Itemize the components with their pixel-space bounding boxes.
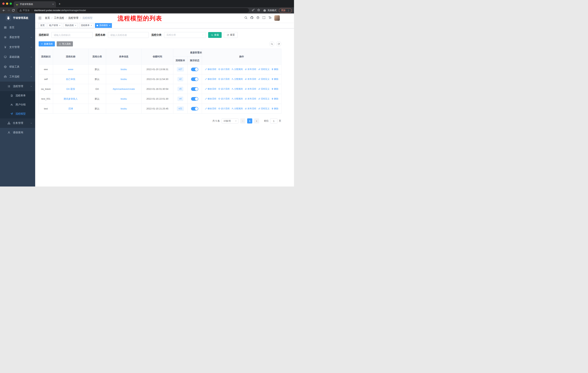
- tag-process-model[interactable]: 流程模型×: [95, 23, 112, 28]
- breadcrumb-process-management[interactable]: 流程管理: [68, 16, 78, 20]
- goto-page-input[interactable]: [270, 118, 277, 123]
- process-key-input[interactable]: [51, 32, 93, 38]
- sidebar-item-user-group[interactable]: 用户分组: [0, 100, 35, 109]
- address-bar[interactable]: 不安全 dashboard.yudao.iocoder.cn/bpm/manag…: [17, 8, 249, 13]
- form-info-link[interactable]: /bpm/oa/leave/create: [113, 88, 135, 90]
- design-process-link[interactable]: 设计流程: [218, 68, 230, 71]
- reset-button[interactable]: 重置: [224, 32, 238, 38]
- current-page-button[interactable]: 1: [247, 118, 252, 123]
- sidebar-toggle-icon[interactable]: [38, 16, 42, 20]
- sidebar-item-process-model[interactable]: 流程模型: [0, 109, 35, 118]
- delete-process-link[interactable]: 删除: [271, 68, 279, 71]
- process-category-select[interactable]: 流程分类: [164, 32, 206, 38]
- publish-process-link[interactable]: 发布流程: [245, 97, 256, 100]
- active-toggle[interactable]: [191, 97, 198, 101]
- form-info-link[interactable]: biubiu: [121, 97, 127, 100]
- create-process-button[interactable]: 新建流程: [39, 41, 55, 46]
- active-toggle[interactable]: [191, 77, 198, 81]
- design-process-link[interactable]: 设计流程: [218, 87, 230, 91]
- modify-process-link[interactable]: 修改流程: [205, 68, 216, 71]
- modify-process-link[interactable]: 修改流程: [205, 78, 216, 81]
- tag-close-icon[interactable]: ×: [109, 24, 110, 27]
- design-process-link[interactable]: 设计流程: [218, 78, 230, 81]
- next-page-button[interactable]: ›: [254, 118, 259, 123]
- publish-process-link[interactable]: 发布流程: [245, 107, 256, 110]
- forward-button[interactable]: [6, 8, 11, 13]
- close-window-button[interactable]: [2, 2, 5, 5]
- browser-tab[interactable]: 芋道管理系统 ×: [14, 1, 56, 7]
- process-name-link[interactable]: OA 请假: [66, 88, 75, 90]
- active-toggle[interactable]: [191, 87, 198, 91]
- browser-update-button[interactable]: 更新 ⋮: [279, 8, 292, 13]
- tag-home[interactable]: 首页: [39, 23, 46, 28]
- tag-my-process[interactable]: 我的流程×: [63, 23, 78, 28]
- sidebar-item-system[interactable]: 系统管理: [0, 32, 35, 42]
- page-size-select[interactable]: 10条/页: [222, 118, 238, 123]
- assign-rule-link[interactable]: 分配规则: [231, 87, 243, 91]
- reload-button[interactable]: [11, 8, 16, 13]
- sidebar-item-leave-query[interactable]: 请假查询: [0, 128, 35, 137]
- modify-process-link[interactable]: 修改流程: [205, 107, 216, 110]
- tab-close-icon[interactable]: ×: [52, 3, 54, 6]
- version-badge[interactable]: v4: [178, 97, 183, 101]
- tag-tenant[interactable]: 租户管理×: [48, 23, 62, 28]
- sidebar-item-devtools[interactable]: 研发工具: [0, 62, 35, 72]
- password-key-icon[interactable]: [252, 8, 255, 12]
- assign-rule-link[interactable]: 分配规则: [231, 68, 243, 71]
- process-definition-link[interactable]: 流程定义: [258, 97, 270, 100]
- process-name-link[interactable]: eeee: [68, 68, 73, 71]
- github-icon[interactable]: [250, 16, 253, 20]
- modify-process-link[interactable]: 修改流程: [205, 97, 216, 100]
- font-size-icon[interactable]: [268, 16, 272, 20]
- publish-process-link[interactable]: 发布流程: [245, 78, 256, 81]
- help-icon[interactable]: [256, 16, 260, 20]
- back-button[interactable]: [1, 8, 6, 13]
- process-name-link[interactable]: 滔博: [68, 107, 73, 110]
- sidebar-item-payment[interactable]: 支付管理: [0, 42, 35, 52]
- minimize-window-button[interactable]: [6, 2, 8, 5]
- delete-process-link[interactable]: 删除: [271, 78, 279, 81]
- assign-rule-link[interactable]: 分配规则: [231, 97, 243, 100]
- zoom-window-button[interactable]: [10, 2, 12, 5]
- process-definition-link[interactable]: 流程定义: [258, 68, 270, 71]
- publish-process-link[interactable]: 发布流程: [245, 87, 256, 91]
- design-process-link[interactable]: 设计流程: [218, 97, 230, 100]
- active-toggle[interactable]: [191, 68, 198, 71]
- delete-process-link[interactable]: 删除: [271, 87, 279, 91]
- process-definition-link[interactable]: 流程定义: [258, 87, 270, 91]
- sidebar-item-process-management[interactable]: 流程管理: [0, 81, 35, 91]
- tag-close-icon[interactable]: ×: [75, 24, 76, 27]
- process-name-link[interactable]: 测试多审批人: [64, 97, 78, 100]
- breadcrumb-workflow[interactable]: 工作流程: [54, 16, 64, 20]
- version-badge[interactable]: v2: [178, 77, 183, 81]
- sidebar-item-workflow[interactable]: 工作流程: [0, 72, 35, 81]
- import-process-button[interactable]: 导入流程: [57, 41, 73, 46]
- process-definition-link[interactable]: 流程定义: [258, 78, 270, 81]
- browser-menu-icon[interactable]: ⋮: [287, 9, 290, 12]
- tag-close-icon[interactable]: ×: [91, 24, 92, 27]
- bookmark-star-icon[interactable]: [257, 8, 260, 12]
- assign-rule-link[interactable]: 分配规则: [231, 107, 243, 110]
- version-badge[interactable]: v5: [178, 87, 183, 91]
- delete-process-link[interactable]: 删除: [271, 97, 279, 100]
- toggle-search-button[interactable]: [269, 41, 274, 46]
- form-info-link[interactable]: biubiu: [121, 68, 127, 71]
- version-badge[interactable]: v21: [177, 107, 184, 111]
- sidebar-item-process-form[interactable]: 流程表单: [0, 91, 35, 100]
- fullscreen-icon[interactable]: [262, 16, 266, 20]
- process-name-input[interactable]: [108, 32, 149, 38]
- tag-process-form[interactable]: 流程表单×: [79, 23, 94, 28]
- refresh-table-button[interactable]: [276, 41, 281, 46]
- active-toggle[interactable]: [191, 107, 198, 111]
- security-label[interactable]: 不安全: [23, 9, 30, 12]
- version-badge[interactable]: v17: [177, 67, 184, 71]
- new-tab-button[interactable]: +: [57, 1, 62, 7]
- publish-process-link[interactable]: 发布流程: [245, 68, 256, 71]
- form-info-link[interactable]: biubiu: [121, 78, 127, 81]
- sidebar-item-task-management[interactable]: 任务管理: [0, 118, 35, 128]
- tag-close-icon[interactable]: ×: [59, 24, 61, 27]
- delete-process-link[interactable]: 删除: [271, 107, 279, 110]
- search-button[interactable]: 搜索: [208, 32, 222, 38]
- form-info-link[interactable]: biubiu: [121, 107, 127, 110]
- user-avatar[interactable]: [274, 15, 280, 21]
